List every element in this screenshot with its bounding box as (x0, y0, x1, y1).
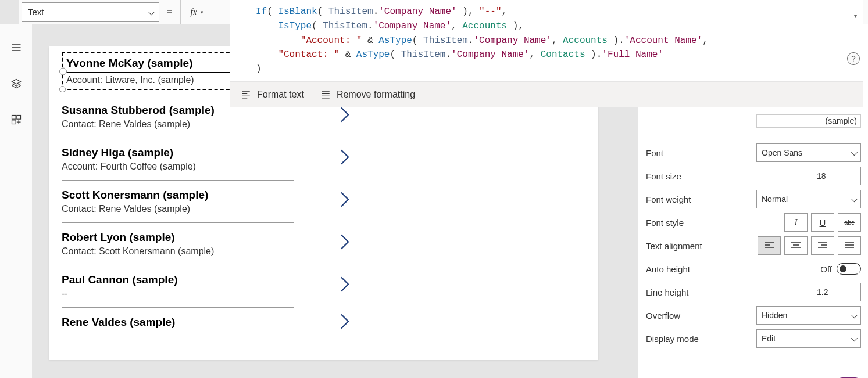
font-label: Font (646, 148, 756, 158)
chevron-right-icon[interactable] (340, 233, 350, 255)
hamburger-icon[interactable] (10, 42, 22, 53)
item-subtitle: Account: Fourth Coffee (sample) (62, 161, 271, 172)
chevron-right-icon[interactable] (340, 313, 350, 334)
svg-rect-1 (16, 116, 20, 120)
formula-editor[interactable]: If( IsBlank( ThisItem.'Company Name' ), … (230, 0, 863, 81)
item-subtitle: Contact: Rene Valdes (sample) (62, 119, 271, 129)
item-subtitle: Contact: Scott Konersmann (sample) (62, 246, 271, 257)
font-size-input[interactable]: 18 (812, 167, 861, 185)
layers-icon[interactable] (10, 78, 22, 89)
underline-button[interactable]: U (811, 213, 834, 232)
prop-font: Font Open Sans (646, 141, 861, 164)
chevron-right-icon[interactable] (340, 276, 350, 297)
display-mode-label: Display mode (646, 334, 756, 344)
chevron-down-icon (851, 311, 856, 320)
format-text-icon (241, 89, 251, 100)
item-title: Sidney Higa (sample) (62, 146, 271, 159)
overflow-label: Overflow (646, 311, 756, 321)
text-value-display[interactable]: (sample) (756, 114, 861, 128)
equals-sign: = (159, 7, 180, 17)
overflow-select[interactable]: Hidden (756, 306, 861, 325)
prop-auto-height: Auto height Off (646, 257, 861, 280)
chevron-down-icon (851, 148, 856, 157)
align-left-button[interactable] (758, 236, 781, 255)
fx-button[interactable]: fx▾ (180, 0, 213, 24)
gallery-item[interactable]: Sidney Higa (sample)Account: Fourth Coff… (62, 138, 294, 181)
gallery-item[interactable]: Robert Lyon (sample)Contact: Scott Koner… (62, 223, 294, 265)
prop-display-mode: Display mode Edit (646, 327, 861, 350)
prop-text-align: Text alignment (646, 234, 861, 257)
line-height-input[interactable]: 1.2 (812, 283, 861, 301)
svg-rect-0 (12, 116, 16, 120)
prop-overflow: Overflow Hidden (646, 304, 861, 327)
components-icon[interactable] (10, 114, 22, 125)
gallery-item[interactable]: Paul Cannon (sample)-- (62, 265, 294, 308)
property-selector[interactable]: Text (22, 2, 159, 22)
chevron-right-icon[interactable] (340, 106, 350, 128)
formula-panel: ▾ If( IsBlank( ThisItem.'Company Name' )… (230, 0, 863, 107)
gallery-item[interactable]: Scott Konersmann (sample)Contact: Rene V… (62, 181, 294, 223)
format-text-button[interactable]: Format text (241, 89, 304, 100)
font-weight-select[interactable]: Normal (756, 190, 861, 208)
remove-formatting-icon (320, 89, 331, 100)
remove-formatting-button[interactable]: Remove formatting (320, 89, 415, 100)
gallery-item[interactable]: Rene Valdes (sample) (62, 308, 294, 339)
font-select[interactable]: Open Sans (756, 143, 861, 162)
left-nav-rail (0, 24, 33, 378)
font-weight-label: Font weight (646, 195, 756, 204)
italic-button[interactable]: I (784, 213, 808, 232)
item-title: Rene Valdes (sample) (62, 316, 271, 329)
chevron-down-icon (851, 195, 856, 204)
item-title: Paul Cannon (sample) (62, 273, 271, 286)
line-height-label: Line height (646, 287, 756, 297)
prop-font-size: Font size 18 (646, 164, 861, 188)
formula-expand-toggle[interactable]: ▾ (854, 13, 857, 19)
item-subtitle: -- (62, 289, 271, 299)
chevron-down-icon (851, 334, 856, 343)
prop-font-style: Font style I U abc (646, 211, 861, 234)
svg-rect-2 (12, 120, 16, 124)
item-subtitle: Contact: Rene Valdes (sample) (62, 204, 271, 214)
font-size-label: Font size (646, 171, 756, 181)
strikethrough-button[interactable]: abc (838, 213, 861, 232)
auto-height-toggle[interactable] (837, 263, 861, 275)
chevron-down-icon (148, 7, 153, 17)
align-right-button[interactable] (811, 236, 834, 255)
auto-height-label: Auto height (646, 264, 756, 274)
align-justify-button[interactable] (838, 236, 861, 255)
font-style-label: Font style (646, 218, 756, 228)
text-align-label: Text alignment (646, 241, 756, 251)
property-selector-value: Text (28, 7, 44, 17)
chevron-down-icon: ▾ (201, 9, 203, 15)
item-title: Scott Konersmann (sample) (62, 189, 271, 201)
item-title: Robert Lyon (sample) (62, 231, 271, 244)
chevron-right-icon[interactable] (340, 191, 350, 213)
align-center-button[interactable] (784, 236, 808, 255)
prop-font-weight: Font weight Normal (646, 188, 861, 211)
chevron-right-icon[interactable] (340, 149, 350, 170)
prop-text-value: (sample) (646, 114, 861, 138)
prop-visible: Visible On (646, 372, 861, 378)
prop-line-height: Line height 1.2 (646, 280, 861, 304)
formula-toolbar: Format text Remove formatting (230, 81, 863, 107)
display-mode-select[interactable]: Edit (756, 329, 861, 348)
help-icon[interactable]: ? (847, 52, 860, 65)
